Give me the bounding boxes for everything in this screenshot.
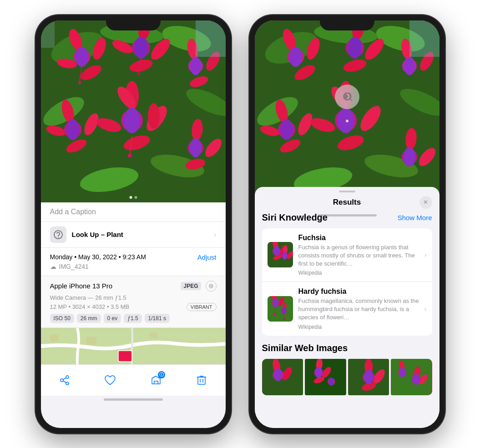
page-dot-1 [129,196,132,199]
web-image-1[interactable] [262,359,303,395]
lookup-label: Look Up – Plant [72,231,123,238]
right-phone-screen: Results ✕ Siri Knowledge Show More [255,20,440,428]
flower-image [41,20,226,202]
svg-rect-50 [196,20,226,57]
show-more-button[interactable]: Show More [398,214,432,221]
results-close-button[interactable]: ✕ [419,196,432,209]
hardy-fuchsia-description: Fuchsia magellanica, commonly known as t… [298,297,419,322]
bottom-toolbar: ⓘ [41,364,226,396]
device-section: Apple iPhone 13 Pro JPEG Wide Camera — 2… [41,276,226,328]
svg-point-19 [134,37,148,59]
svg-point-126 [283,318,285,320]
svg-point-110 [273,246,280,256]
visual-search-dot [346,120,349,122]
svg-point-53 [58,237,59,237]
shutter-speed: 1/181 s [145,314,170,323]
ev-value: 0 ev [104,314,121,323]
caption-area[interactable]: Add a Caption [41,202,226,222]
svg-point-103 [404,147,415,166]
svg-point-77 [289,47,302,67]
svg-point-124 [282,307,286,314]
svg-point-55 [210,285,212,287]
web-image-2[interactable] [305,359,346,395]
left-phone-screen: Add a Caption Look Up – Plant › [41,20,226,428]
mp-text: 12 MP • 3024 × 4032 • 3.5 MB [50,303,130,310]
lookup-chevron: › [214,231,217,238]
vibrant-badge: VIBRANT [187,303,217,311]
web-image-4[interactable] [391,359,432,395]
page-dot-2 [134,196,137,199]
svg-point-49 [128,154,131,157]
hardy-chevron: › [424,305,427,312]
adjust-button[interactable]: Adjust [197,253,217,261]
info-badge: ⓘ [158,371,165,378]
phone-notch-right [320,15,374,30]
svg-point-153 [412,374,419,385]
right-phone: Results ✕ Siri Knowledge Show More [249,15,445,433]
svg-point-30 [66,119,79,140]
svg-point-45 [78,81,81,84]
svg-point-139 [328,378,334,386]
results-content: Siri Knowledge Show More [255,211,440,428]
siri-knowledge-title: Siri Knowledge [262,212,328,223]
cloud-icon: ☁ [50,263,56,270]
siri-knowledge-section: Siri Knowledge Show More [262,211,432,336]
results-panel: Results ✕ Siri Knowledge Show More [255,187,440,428]
svg-point-24 [190,57,201,75]
web-images-title: Similar Web Images [262,343,348,353]
results-title: Results [333,198,361,207]
svg-point-13 [76,47,88,67]
right-photo-area[interactable] [255,20,440,211]
page-dots [129,196,137,199]
hardy-fuchsia-info: Hardy fuchsia Fuchsia magellanica, commo… [298,287,419,330]
svg-point-145 [364,370,373,384]
results-drag-handle[interactable] [339,191,355,192]
svg-point-121 [273,313,276,315]
lookup-row[interactable]: Look Up – Plant › [41,222,226,248]
hardy-fuchsia-item[interactable]: Hardy fuchsia Fuchsia magellanica, commo… [262,282,432,336]
meta-date: Monday • May 30, 2022 • 9:23 AM [50,253,146,261]
info-button[interactable]: ⓘ [146,370,166,390]
fuchsia-chevron: › [424,251,427,258]
results-header: Results ✕ [255,194,440,211]
home-indicator [104,398,163,401]
iso-value: ISO 50 [50,314,74,323]
web-images-header: Similar Web Images [262,341,432,355]
fuchsia-source: Wikipedia [298,270,419,276]
hardy-fuchsia-source: Wikipedia [298,324,419,330]
svg-point-36 [148,103,160,129]
camera-icon [206,281,217,292]
favorite-button[interactable] [100,370,120,390]
svg-point-149 [399,367,405,378]
web-images-grid [262,359,432,395]
fuchsia-thumbnail [268,242,293,267]
svg-point-47 [137,72,140,75]
exif-row: ISO 50 26 mm 0 ev ƒ1.5 1/181 s [50,314,217,323]
svg-rect-51 [41,20,55,48]
svg-point-119 [273,298,278,307]
svg-point-137 [315,367,322,378]
filename: IMG_4241 [59,263,89,270]
share-button[interactable] [55,370,75,390]
map-preview[interactable] [41,328,226,364]
meta-section: Monday • May 30, 2022 • 9:23 AM Adjust ☁… [41,248,226,276]
svg-rect-59 [150,332,157,338]
fuchsia-item[interactable]: Fuchsia Fuchsia is a genus of flowering … [262,228,432,282]
svg-point-131 [274,368,282,381]
svg-point-38 [124,108,140,133]
svg-point-82 [348,37,362,59]
svg-rect-61 [198,377,205,384]
svg-point-92 [280,119,293,140]
device-name: Apple iPhone 13 Pro [50,282,113,290]
svg-rect-60 [118,351,132,362]
focal-length: 26 mm [77,314,101,323]
delete-button[interactable] [192,370,212,390]
photo-area[interactable] [41,20,226,202]
visual-search-button[interactable] [335,85,359,109]
caption-placeholder[interactable]: Add a Caption [50,208,96,216]
phone-notch [106,15,161,30]
hardy-fuchsia-name: Hardy fuchsia [298,287,419,296]
web-image-3[interactable] [348,359,389,395]
visual-lookup-icon [50,227,66,243]
camera-spec: Wide Camera — 26 mm ƒ1.5 [50,294,217,301]
